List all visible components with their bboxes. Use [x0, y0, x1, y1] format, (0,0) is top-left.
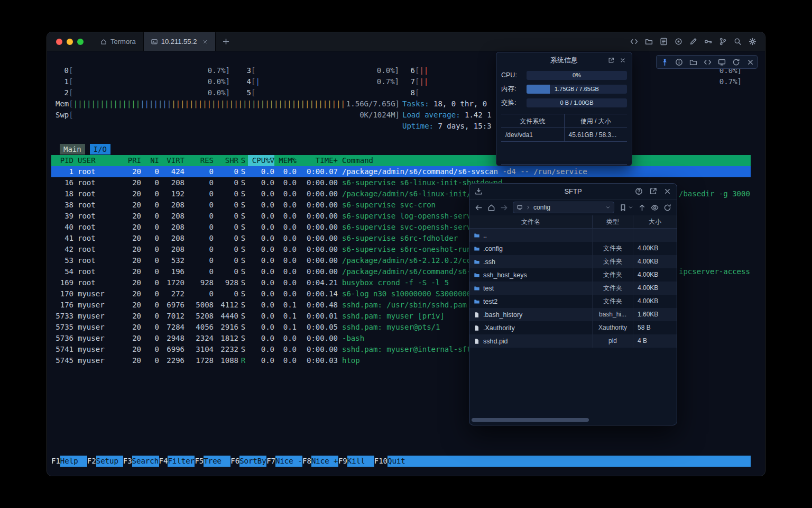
branch-icon[interactable] — [719, 38, 727, 46]
pin-icon[interactable] — [661, 58, 669, 66]
sftp-file-row[interactable]: sshd.pidpid4 B — [469, 334, 677, 348]
fn-key[interactable]: F10 — [374, 456, 387, 467]
col-state[interactable]: S — [238, 155, 248, 166]
close-icon[interactable] — [663, 187, 671, 195]
fn-label[interactable]: Tree — [204, 456, 230, 467]
file-size: 4.00KB — [633, 255, 677, 268]
help-icon[interactable] — [635, 187, 643, 195]
process-table-header: PID USER PRI NI VIRT RES SHR S CPU%∇ MEM… — [51, 155, 751, 166]
fn-key[interactable]: F3 — [123, 456, 132, 467]
proc-user: root — [78, 222, 124, 233]
folder-icon[interactable] — [645, 38, 653, 46]
fn-key[interactable]: F4 — [159, 456, 168, 467]
col-pri[interactable]: PRI — [124, 155, 141, 166]
close-icon[interactable] — [746, 58, 754, 66]
cpu-meter-label: 8 — [402, 87, 415, 98]
sftp-file-row[interactable]: .ssh文件夹4.00KB — [469, 255, 677, 268]
forward-arrow-icon[interactable] — [500, 204, 508, 212]
scrollbar-thumb[interactable] — [472, 418, 589, 422]
external-link-icon[interactable] — [608, 57, 614, 64]
fn-key[interactable]: F9 — [338, 456, 347, 467]
fn-key[interactable]: F2 — [87, 456, 96, 467]
bookmark-button[interactable] — [619, 204, 633, 212]
proc-s: S — [238, 255, 248, 266]
col-time[interactable]: TIME+ — [297, 155, 338, 166]
folder-icon — [474, 272, 480, 278]
fn-label[interactable]: SortBy — [239, 456, 266, 467]
folder-icon[interactable] — [689, 58, 697, 66]
fn-label[interactable]: Filter — [168, 456, 195, 467]
col-file-size[interactable]: 大小 — [633, 215, 677, 228]
proc-s: S — [238, 288, 248, 300]
fn-label[interactable]: Help — [60, 456, 87, 467]
sftp-file-row[interactable]: .config文件夹4.00KB — [469, 242, 677, 255]
new-tab-button[interactable] — [216, 32, 236, 51]
refresh-icon[interactable] — [732, 58, 740, 66]
zoom-window-button[interactable] — [77, 39, 84, 45]
key-icon[interactable] — [704, 38, 712, 46]
minimize-window-button[interactable] — [67, 39, 73, 45]
screen-tab-main[interactable]: Main — [60, 144, 85, 155]
eye-icon[interactable] — [651, 204, 659, 212]
sftp-file-row[interactable]: .XauthorityXauthority58 B — [469, 321, 677, 334]
monitor-icon[interactable] — [718, 58, 726, 66]
fn-key[interactable]: F5 — [195, 456, 204, 467]
col-file-name[interactable]: 文件名 — [469, 215, 593, 228]
col-pid[interactable]: PID — [51, 155, 73, 166]
home-icon[interactable] — [487, 204, 495, 212]
screen-tab-io[interactable]: I/O — [90, 144, 110, 155]
code-icon[interactable] — [630, 38, 638, 46]
refresh-icon[interactable] — [663, 204, 671, 212]
chevron-down-icon[interactable] — [605, 205, 611, 210]
tab-termora[interactable]: Termora — [93, 32, 143, 51]
fn-label[interactable]: Kill — [347, 456, 374, 467]
col-shr[interactable]: SHR — [214, 155, 238, 166]
close-icon[interactable] — [620, 57, 626, 64]
external-link-icon[interactable] — [649, 187, 657, 195]
fn-key[interactable]: F1 — [51, 456, 60, 467]
fn-key[interactable]: F7 — [266, 456, 275, 467]
search-icon[interactable] — [734, 38, 742, 46]
proc-cpu: 0.0 — [248, 222, 274, 233]
sftp-file-row[interactable]: ssh_host_keys文件夹4.00KB — [469, 268, 677, 282]
col-user[interactable]: USER — [78, 155, 124, 166]
sftp-file-row[interactable]: .. — [469, 229, 677, 242]
sftp-file-row[interactable]: test2文件夹4.00KB — [469, 295, 677, 308]
notebook-icon[interactable] — [660, 38, 668, 46]
proc-pri: 20 — [124, 188, 141, 199]
back-arrow-icon[interactable] — [475, 204, 483, 212]
proc-pid: 38 — [51, 199, 73, 211]
settings-icon[interactable] — [749, 38, 756, 46]
fn-key[interactable]: F6 — [230, 456, 239, 467]
code-icon[interactable] — [704, 58, 712, 66]
up-arrow-icon[interactable] — [638, 204, 646, 212]
col-ni[interactable]: NI — [141, 155, 159, 166]
info-icon[interactable] — [675, 58, 683, 66]
proc-cpu: 0.0 — [248, 211, 274, 222]
record-icon[interactable] — [675, 38, 682, 46]
sftp-file-row[interactable]: test文件夹4.00KB — [469, 282, 677, 295]
fn-label[interactable]: Quit — [387, 456, 414, 467]
proc-shr: 4440 — [214, 311, 238, 322]
sftp-file-row[interactable]: .bash_historybash_hi...1.60KB — [469, 308, 677, 321]
fn-label[interactable]: Search — [132, 456, 159, 467]
fn-label[interactable]: Nice - — [275, 456, 302, 467]
col-virt[interactable]: VIRT — [159, 155, 184, 166]
path-segment[interactable]: config — [533, 204, 550, 211]
edit-icon[interactable] — [689, 38, 697, 46]
col-res[interactable]: RES — [184, 155, 214, 166]
filesystem-row[interactable]: /dev/vda1 45.61GB / 58.3... — [501, 128, 627, 142]
close-tab-icon[interactable] — [202, 39, 208, 44]
fn-label[interactable]: Nice + — [311, 456, 338, 467]
process-row[interactable]: 1root20042400S0.00.00:00.07/package/admi… — [51, 166, 751, 177]
proc-shr: 0 — [214, 244, 238, 255]
path-breadcrumb[interactable]: config — [513, 202, 614, 213]
col-mem[interactable]: MEM% — [274, 155, 297, 166]
fn-key[interactable]: F8 — [302, 456, 311, 467]
col-file-type[interactable]: 类型 — [593, 215, 633, 228]
tab-host[interactable]: 10.211.55.2 — [143, 32, 216, 51]
close-window-button[interactable] — [56, 39, 62, 45]
fn-label[interactable]: Setup — [96, 456, 123, 467]
proc-cpu: 0.0 — [248, 199, 274, 211]
col-cpu-sort[interactable]: CPU%∇ — [248, 155, 274, 166]
